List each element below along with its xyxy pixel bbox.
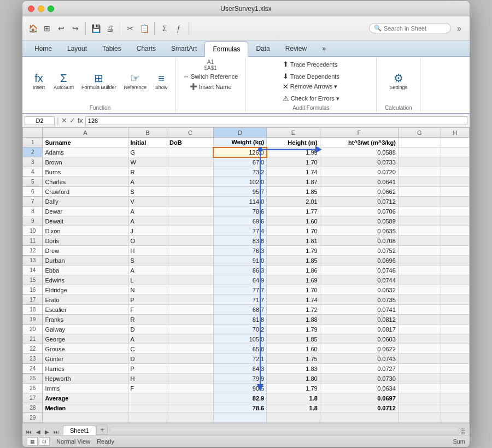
switch-reference-button[interactable]: ↔ Switch Reference xyxy=(180,72,241,81)
home-icon[interactable]: 🏠 xyxy=(27,22,39,34)
cell-h7[interactable] xyxy=(441,197,469,207)
cell-b11[interactable]: O xyxy=(128,236,167,246)
cell-a7[interactable]: Dally xyxy=(43,197,128,207)
cell-f18[interactable]: 0.0741 xyxy=(320,305,398,315)
row-header-13[interactable]: 13 xyxy=(23,256,43,266)
cell-b16[interactable]: N xyxy=(128,285,167,295)
row-header-19[interactable]: 19 xyxy=(23,315,43,325)
cell-g25[interactable] xyxy=(398,374,441,384)
cell-e26[interactable]: 1.79 xyxy=(267,384,320,393)
cell-a21[interactable]: George xyxy=(43,334,128,344)
close-button[interactable] xyxy=(28,5,34,12)
tab-more[interactable]: » xyxy=(314,42,333,56)
cell-c2[interactable] xyxy=(167,148,214,157)
row-header-4[interactable]: 4 xyxy=(23,167,43,177)
cell-b2[interactable]: G xyxy=(128,148,167,157)
cell-h25[interactable] xyxy=(441,374,469,384)
cell-a13[interactable]: Durban xyxy=(43,256,128,266)
cell-f29[interactable] xyxy=(320,413,398,423)
cell-c7[interactable] xyxy=(167,197,214,207)
cell-h4[interactable] xyxy=(441,167,469,177)
cell-f23[interactable]: 0.0743 xyxy=(320,354,398,364)
insert-name-button[interactable]: ➕ Insert Name xyxy=(187,82,235,91)
cell-a3[interactable]: Brown xyxy=(43,157,128,167)
cell-e25[interactable]: 1.80 xyxy=(267,374,320,384)
cell-d10[interactable]: 77.4 xyxy=(213,226,267,236)
cell-h13[interactable] xyxy=(441,256,469,266)
normal-view-icon[interactable]: ▦ xyxy=(27,437,38,446)
cell-g27[interactable] xyxy=(398,393,441,403)
cell-g3[interactable] xyxy=(398,157,441,167)
cell-b17[interactable]: P xyxy=(128,295,167,305)
cell-e24[interactable]: 1.83 xyxy=(267,364,320,374)
cell-a2[interactable]: Adams xyxy=(43,148,128,157)
cell-f16[interactable]: 0.0632 xyxy=(320,285,398,295)
row-header-18[interactable]: 18 xyxy=(23,305,43,315)
row-header-11[interactable]: 11 xyxy=(23,236,43,246)
check-for-errors-button[interactable]: ⚠ Check for Errors ▾ xyxy=(280,93,342,104)
sheet-tab-sheet1[interactable]: Sheet1 xyxy=(63,426,96,435)
cell-b1[interactable]: Initial xyxy=(128,138,167,148)
cell-d2[interactable]: 126.0 xyxy=(213,148,267,157)
cell-h10[interactable] xyxy=(441,226,469,236)
cell-b25[interactable]: H xyxy=(128,374,167,384)
cell-c28[interactable] xyxy=(167,403,214,413)
cell-c29[interactable] xyxy=(167,413,214,423)
cell-d26[interactable]: 90.5 xyxy=(213,384,267,393)
insert-formula-icon[interactable]: fx xyxy=(78,116,83,125)
cell-f14[interactable]: 0.0746 xyxy=(320,266,398,275)
cell-g4[interactable] xyxy=(398,167,441,177)
cell-g8[interactable] xyxy=(398,207,441,216)
cell-g23[interactable] xyxy=(398,354,441,364)
cell-e7[interactable]: 2.01 xyxy=(267,197,320,207)
search-box[interactable]: 🔍 xyxy=(369,23,451,33)
cell-a14[interactable]: Ebba xyxy=(43,266,128,275)
cell-g10[interactable] xyxy=(398,226,441,236)
cell-e11[interactable]: 1.81 xyxy=(267,236,320,246)
cell-f8[interactable]: 0.0706 xyxy=(320,207,398,216)
print-icon[interactable]: 🖨 xyxy=(104,22,116,34)
cell-c4[interactable] xyxy=(167,167,214,177)
cell-d19[interactable]: 81.8 xyxy=(213,315,267,325)
cell-b22[interactable]: C xyxy=(128,344,167,354)
cell-g24[interactable] xyxy=(398,364,441,374)
cell-d7[interactable]: 114.0 xyxy=(213,197,267,207)
cell-e14[interactable]: 1.86 xyxy=(267,266,320,275)
remove-arrows-button[interactable]: ✕ Remove Arrows ▾ xyxy=(280,81,341,92)
cell-h8[interactable] xyxy=(441,207,469,216)
cell-d28[interactable]: 78.6 xyxy=(213,403,267,413)
cell-f5[interactable]: 0.0641 xyxy=(320,177,398,187)
cell-g13[interactable] xyxy=(398,256,441,266)
cell-d17[interactable]: 71.7 xyxy=(213,295,267,305)
cell-g11[interactable] xyxy=(398,236,441,246)
row-header-20[interactable]: 20 xyxy=(23,325,43,334)
cell-a22[interactable]: Grouse xyxy=(43,344,128,354)
col-header-h[interactable]: H xyxy=(441,128,469,138)
reference-button[interactable]: ☞ Reference xyxy=(121,71,150,92)
cell-f7[interactable]: 0.0712 xyxy=(320,197,398,207)
tab-home[interactable]: Home xyxy=(27,42,60,56)
cell-a16[interactable]: Eldridge xyxy=(43,285,128,295)
cell-d5[interactable]: 102.0 xyxy=(213,177,267,187)
cell-h23[interactable] xyxy=(441,354,469,364)
cell-e28[interactable]: 1.8 xyxy=(267,403,320,413)
tab-layout[interactable]: Layout xyxy=(60,42,95,56)
cell-d14[interactable]: 86.3 xyxy=(213,266,267,275)
cell-e2[interactable]: 1.95 xyxy=(267,148,320,157)
tab-charts[interactable]: Charts xyxy=(129,42,163,56)
cell-d20[interactable]: 70.2 xyxy=(213,325,267,334)
row-header-1[interactable]: 1 xyxy=(23,138,43,148)
cell-d21[interactable]: 105.0 xyxy=(213,334,267,344)
row-header-15[interactable]: 15 xyxy=(23,275,43,285)
cell-h3[interactable] xyxy=(441,157,469,167)
cell-a28[interactable]: Median xyxy=(43,403,128,413)
cell-f13[interactable]: 0.0696 xyxy=(320,256,398,266)
col-header-d[interactable]: D xyxy=(213,128,267,138)
cell-g9[interactable] xyxy=(398,216,441,226)
row-header-25[interactable]: 25 xyxy=(23,374,43,384)
cell-e19[interactable]: 1.88 xyxy=(267,315,320,325)
cell-h6[interactable] xyxy=(441,187,469,197)
tab-data[interactable]: Data xyxy=(248,42,277,56)
cell-g1[interactable] xyxy=(398,138,441,148)
cell-c11[interactable] xyxy=(167,236,214,246)
